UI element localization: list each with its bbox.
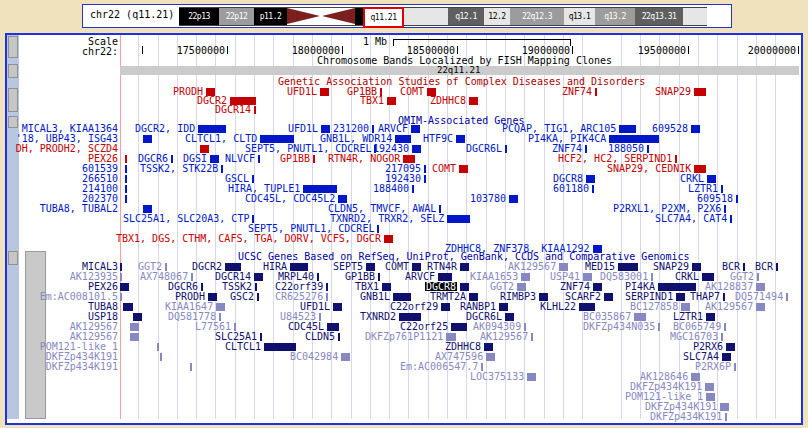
ucsc-gene-item[interactable] xyxy=(120,262,122,271)
ucsc-left-label[interactable]: AK123935 xyxy=(7,272,118,281)
ucsc-gene-item[interactable]: GGT2 xyxy=(490,282,526,291)
omim-left-label[interactable]: 202370 xyxy=(7,194,118,203)
omim-gene-item[interactable] xyxy=(125,164,127,173)
omim-left-label[interactable]: PEX26 xyxy=(7,154,118,163)
ucsc-gene-item[interactable]: MGC16703 xyxy=(670,332,723,341)
ucsc-gene-item[interactable]: DQ571494 xyxy=(735,292,788,301)
ucsc-gene-item[interactable]: DGCR14 xyxy=(215,272,263,281)
ucsc-gene-item[interactable]: BC065749 xyxy=(673,322,726,331)
ucsc-gene-item[interactable] xyxy=(120,292,122,301)
ucsc-gene-item[interactable]: RTN4R xyxy=(427,262,469,271)
ucsc-gene-item[interactable]: DKFZp434K191 xyxy=(645,402,729,411)
ucsc-gene-item[interactable]: GGT2 xyxy=(138,262,167,271)
ideogram-band[interactable] xyxy=(355,7,363,26)
ucsc-gene-item[interactable]: BCR xyxy=(722,262,745,271)
ucsc-gene-item[interactable]: CLDN5 xyxy=(305,332,340,341)
omim-gene-item[interactable] xyxy=(125,154,127,163)
omim-gene-item[interactable]: SEPT5, PNUTL1, CDCREL xyxy=(248,224,379,233)
ucsc-gene-item[interactable]: LZTR1 xyxy=(673,312,715,321)
ucsc-gene-item[interactable]: GSC2 xyxy=(230,292,259,301)
ucsc-gene-item[interactable]: SLC7A4 xyxy=(683,352,731,361)
ucsc-left-label[interactable]: AK129567 xyxy=(7,322,118,331)
ucsc-gene-item[interactable]: DKFZp434N035 xyxy=(583,322,660,331)
ucsc-gene-item[interactable]: SNAP29 xyxy=(653,262,701,271)
ucsc-gene-item[interactable]: ARVCF xyxy=(405,272,452,281)
ideogram-band[interactable]: p11.2 xyxy=(254,7,287,26)
fish-track-title[interactable]: Chromosome Bands Localized by FISH Mappi… xyxy=(317,56,612,66)
ucsc-gene-item[interactable]: TSSK2 xyxy=(222,282,257,291)
omim-gene-item[interactable] xyxy=(125,194,127,203)
ucsc-gene-item[interactable]: KIAA1647 xyxy=(165,302,225,311)
omim-gene-item[interactable]: NLVCF xyxy=(225,154,260,163)
ucsc-gene-item[interactable]: DGCR6L xyxy=(466,312,514,321)
ucsc-gene-item[interactable]: AK094309 xyxy=(473,322,526,331)
ucsc-gene-item[interactable]: SERPIND1 xyxy=(625,292,685,301)
ucsc-gene-item[interactable]: THAP7 xyxy=(690,292,725,301)
omim-left-label[interactable]: 214100 xyxy=(7,184,118,193)
omim-left-label[interactable]: 266510 xyxy=(7,174,118,183)
ucsc-gene-item[interactable]: POM121-like 1 xyxy=(625,392,715,401)
genetic-gene-item[interactable]: ZNF74 xyxy=(562,87,597,96)
ucsc-left-label[interactable]: PEX26 xyxy=(7,282,118,291)
ideogram-band[interactable]: 12.2 xyxy=(484,7,510,26)
omim-gene-item[interactable]: TSSK2, STK22B xyxy=(140,164,223,173)
ucsc-gene-item[interactable]: DGCR2 xyxy=(192,262,241,271)
omim-gene-item[interactable]: DGCR6 xyxy=(138,154,173,163)
omim-gene-item[interactable]: GSCL xyxy=(225,174,254,183)
omim-gene-item[interactable]: PI4KA, PIK4CA xyxy=(528,134,659,143)
omim-gene-item[interactable]: SLC25A1, SLC20A3, CTP xyxy=(123,214,254,223)
omim-gene-item[interactable]: 188050 xyxy=(608,144,649,153)
omim-gene-item[interactable]: UFD1L xyxy=(288,124,330,133)
ucsc-gene-item[interactable]: MRPL40 xyxy=(278,272,319,281)
ucsc-gene-item[interactable]: GNB1L xyxy=(360,292,411,301)
omim-gene-item[interactable]: ZDHHC8, ZNF378, KIAA1292 xyxy=(445,244,602,253)
ucsc-gene-item[interactable]: TXNRD2 xyxy=(360,312,421,321)
omim-gene-item[interactable]: HCF2, HC2, SERPIND1 xyxy=(558,154,677,163)
ucsc-left-label[interactable]: DKFZp434K191 xyxy=(7,352,118,361)
omim-gene-item[interactable]: 188400 xyxy=(373,184,414,193)
ucsc-gene-item[interactable]: LOC375133 xyxy=(470,372,536,381)
ucsc-gene-item[interactable]: TRMT2A xyxy=(430,292,478,301)
ucsc-gene-item[interactable]: DQ583001 xyxy=(600,272,653,281)
ucsc-gene-item[interactable] xyxy=(130,332,139,341)
ucsc-gene-item[interactable]: COMT xyxy=(385,262,421,271)
ucsc-gene-item[interactable]: BC127858 xyxy=(630,302,690,311)
ucsc-gene-item[interactable]: DGCR8 xyxy=(425,282,469,291)
ucsc-gene-item[interactable]: DKFZp434K191 xyxy=(630,382,714,391)
genetic-gene-item[interactable]: TBX1 xyxy=(360,96,396,105)
genetic-gene-item[interactable]: ZDHHC8 xyxy=(430,96,478,105)
browser-image[interactable]: Scale 1 Mb chr22: Chromosome Bands Local… xyxy=(5,33,803,425)
ucsc-gene-item[interactable] xyxy=(120,282,129,291)
genetic-gene-item[interactable]: SNAP29 xyxy=(655,87,706,96)
omim-left-label[interactable]: 601539 xyxy=(7,164,118,173)
ucsc-gene-item[interactable]: AK128646 xyxy=(640,372,700,381)
ucsc-gene-item[interactable]: AK129567 xyxy=(705,302,765,311)
ucsc-gene-item[interactable] xyxy=(123,302,133,311)
ucsc-gene-item[interactable]: RIMBP3 xyxy=(500,292,548,301)
ucsc-left-label[interactable]: AK129567 xyxy=(7,332,118,341)
omim-left-label[interactable]: '18, UBP43, ISG43 xyxy=(7,134,118,143)
omim-gene-item[interactable]: SLC7A4, CAT4 xyxy=(655,214,732,223)
omim-gene-item[interactable]: 601180 xyxy=(553,184,594,193)
omim-gene-item[interactable] xyxy=(143,204,152,213)
ideogram-band[interactable] xyxy=(683,7,707,26)
ucsc-gene-item[interactable]: ZNF74 xyxy=(560,282,602,291)
ucsc-gene-item[interactable]: CDC45L xyxy=(288,322,339,331)
ucsc-gene-item[interactable]: P2RX6 xyxy=(693,342,735,351)
omim-gene-item[interactable]: SNAP29, CEDNIK xyxy=(607,164,706,173)
ucsc-gene-item[interactable]: CR625276 xyxy=(275,292,328,301)
genetic-gene-item[interactable]: DGCR14 xyxy=(215,105,256,114)
omim-gene-item[interactable]: 192430 xyxy=(373,144,421,153)
ucsc-gene-item[interactable]: L77561 xyxy=(195,322,236,331)
ucsc-gene-item[interactable]: PRODH xyxy=(175,292,217,301)
omim-gene-item[interactable]: 103780 xyxy=(470,194,518,203)
omim-gene-item[interactable]: CLDN5, TMVCF, AWAL xyxy=(328,204,441,213)
ucsc-gene-item[interactable] xyxy=(160,352,162,361)
omim-gene-item[interactable]: DGCR8 xyxy=(553,174,595,183)
omim-gene-item[interactable]: P2RXL1, P2XM, P2X6 xyxy=(613,204,726,213)
omim-gene-item[interactable]: HTF9C xyxy=(423,134,465,143)
ucsc-gene-item[interactable]: SEPT5 xyxy=(333,262,375,271)
ucsc-gene-item[interactable]: GP1BB xyxy=(345,272,380,281)
omim-gene-item[interactable]: 231200 xyxy=(333,124,374,133)
omim-left-label[interactable]: MICAL3, KIAA1364 xyxy=(7,124,118,133)
